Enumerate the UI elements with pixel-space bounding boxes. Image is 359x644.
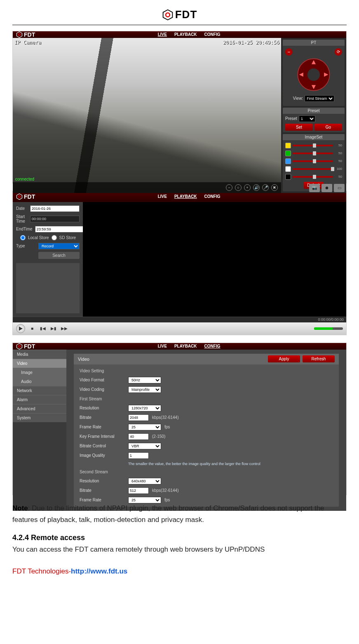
svg-point-7 bbox=[19, 195, 21, 197]
first-frame-select[interactable]: 25 bbox=[128, 424, 161, 430]
zoom-reset-icon[interactable]: ○ bbox=[235, 184, 242, 191]
preset-panel: Preset Preset 1 Set Go bbox=[283, 108, 345, 132]
tab-live[interactable]: LIVE bbox=[158, 32, 167, 37]
view-select[interactable]: First Stream bbox=[305, 95, 334, 102]
playback-search-panel: Date Start Time EndTime Local Store SD S… bbox=[13, 202, 83, 317]
playback-screenshot: FDT LIVE PLAYBACK CONFIG Date Start Time… bbox=[12, 191, 347, 335]
menu-item-video[interactable]: Video bbox=[13, 359, 66, 368]
fast-fwd-icon[interactable]: ▶▶ bbox=[61, 325, 68, 332]
image-slider[interactable] bbox=[293, 168, 333, 170]
tab-config[interactable]: CONFIG bbox=[204, 32, 221, 37]
menu-item-image[interactable]: Image bbox=[13, 368, 66, 377]
step-fwd-icon[interactable]: ▶▮ bbox=[50, 325, 57, 332]
refresh-button[interactable]: Refresh bbox=[303, 355, 335, 362]
end-time-label: EndTime bbox=[16, 227, 33, 231]
preset-set-button[interactable]: Set bbox=[285, 124, 313, 131]
menu-item-advanced[interactable]: Advanced bbox=[13, 404, 66, 413]
folder-icon[interactable]: ▭ bbox=[334, 184, 345, 192]
video-format-select[interactable]: 50Hz bbox=[128, 377, 161, 383]
end-time-input[interactable] bbox=[35, 226, 84, 233]
video-toolbar: − ○ + 🔊 🎤 ✖ bbox=[13, 182, 281, 193]
slider-value: 50 bbox=[335, 175, 342, 179]
preset-select[interactable]: 1 bbox=[299, 115, 315, 122]
tab-playback[interactable]: PLAYBACK bbox=[174, 344, 197, 348]
second-resolution-select[interactable]: 640x480 bbox=[128, 478, 161, 484]
start-time-label: Start Time bbox=[16, 214, 28, 223]
playback-timeline[interactable]: 0:00:00/0:00:00 bbox=[13, 317, 346, 322]
live-view-screenshot: FDT LIVE PLAYBACK CONFIG IP Camera 2016-… bbox=[12, 31, 347, 183]
image-slider[interactable] bbox=[293, 160, 333, 162]
mic-icon[interactable]: 🎤 bbox=[262, 184, 269, 191]
zoom-in-icon[interactable]: + bbox=[244, 184, 251, 191]
ptz-right-limit-icon[interactable]: ⟳ bbox=[335, 48, 342, 56]
sd-store-radio[interactable] bbox=[52, 235, 57, 240]
video-config-title: Video bbox=[78, 357, 89, 362]
local-store-radio[interactable] bbox=[20, 235, 26, 240]
record-icon[interactable]: ⏺ bbox=[321, 184, 332, 192]
type-select[interactable]: Record bbox=[38, 243, 80, 249]
svg-point-3 bbox=[19, 33, 21, 35]
menu-item-network[interactable]: Network bbox=[13, 386, 66, 395]
apply-button[interactable]: Apply bbox=[268, 355, 300, 362]
first-quality-input[interactable] bbox=[128, 452, 149, 459]
tab-live[interactable]: LIVE bbox=[158, 194, 167, 199]
camera-time-overlay: 2016-01-25 20:49:56 bbox=[223, 40, 279, 45]
date-input[interactable] bbox=[30, 205, 80, 212]
connection-status: connected bbox=[15, 177, 34, 181]
image-slider[interactable] bbox=[293, 176, 333, 178]
settings-icon[interactable]: ✖ bbox=[271, 184, 278, 191]
image-slider-row: 50 bbox=[285, 143, 342, 148]
video-config-card: Video Apply Refresh Video Setting Video … bbox=[74, 354, 339, 507]
tab-config[interactable]: CONFIG bbox=[204, 344, 221, 348]
slider-value: 50 bbox=[335, 143, 342, 147]
tab-live[interactable]: LIVE bbox=[158, 344, 167, 348]
playback-video-area[interactable] bbox=[83, 202, 346, 317]
quality-note: The smaller the value, the better the im… bbox=[80, 462, 333, 466]
play-button-icon[interactable] bbox=[16, 324, 25, 333]
slider-color-icon bbox=[285, 158, 291, 164]
preset-go-button[interactable]: Go bbox=[314, 124, 342, 131]
zoom-out-icon[interactable]: − bbox=[226, 184, 232, 191]
first-resolution-select[interactable]: 1280x720 bbox=[128, 405, 161, 411]
config-screenshot: FDT LIVE PLAYBACK CONFIG MediaVideoImage… bbox=[12, 343, 347, 495]
time-counter: 0:00:00/0:00:00 bbox=[318, 317, 344, 322]
menu-item-audio[interactable]: Audio bbox=[13, 377, 66, 386]
video-format-label: Video Format bbox=[80, 378, 125, 382]
pt-panel: PT ↔ ⟳ bbox=[283, 40, 345, 106]
section-heading: 4.2.4 Remote access bbox=[12, 534, 347, 542]
first-bitrate-input[interactable] bbox=[128, 414, 149, 421]
tab-playback[interactable]: PLAYBACK bbox=[174, 32, 197, 37]
second-stream-section: Second Stream bbox=[80, 469, 333, 475]
menu-item-media[interactable]: Media bbox=[13, 350, 66, 359]
topbar: FDT LIVE PLAYBACK CONFIG bbox=[13, 31, 346, 38]
second-bitrate-input[interactable] bbox=[128, 487, 149, 494]
svg-point-10 bbox=[19, 345, 21, 347]
svg-marker-9 bbox=[17, 343, 22, 349]
slider-value: 50 bbox=[335, 151, 342, 155]
first-bitrate-control-select[interactable]: VBR bbox=[128, 443, 161, 449]
search-button[interactable]: Search bbox=[38, 252, 80, 259]
image-slider[interactable] bbox=[293, 153, 333, 154]
step-back-icon[interactable]: ▮◀ bbox=[39, 325, 47, 332]
menu-item-alarm[interactable]: Alarm bbox=[13, 395, 66, 404]
snapshot-icon[interactable]: 📷 bbox=[309, 184, 320, 192]
speaker-icon[interactable]: 🔊 bbox=[253, 184, 260, 191]
live-video-area[interactable]: IP Camera 2016-01-25 20:49:56 connected … bbox=[13, 38, 281, 193]
image-slider[interactable] bbox=[293, 145, 333, 146]
stop-icon[interactable]: ■ bbox=[28, 325, 36, 332]
note-body: : Due to the limitations of NPAPI plugin… bbox=[12, 504, 324, 524]
video-coding-select[interactable]: Mainprofile bbox=[128, 386, 161, 393]
tab-config[interactable]: CONFIG bbox=[204, 194, 221, 199]
menu-item-system[interactable]: System bbox=[13, 413, 66, 422]
ptz-left-limit-icon[interactable]: ↔ bbox=[285, 48, 293, 56]
image-slider-row: 50 bbox=[285, 174, 342, 180]
first-keyframe-input[interactable] bbox=[128, 433, 149, 440]
volume-slider[interactable] bbox=[314, 327, 343, 330]
image-slider-row: 50 bbox=[285, 158, 342, 164]
tab-playback[interactable]: PLAYBACK bbox=[174, 194, 197, 199]
ptz-wheel[interactable] bbox=[296, 57, 331, 92]
svg-marker-8 bbox=[19, 327, 23, 331]
start-time-input[interactable] bbox=[30, 216, 80, 222]
slider-value: 50 bbox=[335, 159, 342, 163]
page-header: FDT bbox=[12, 8, 347, 25]
